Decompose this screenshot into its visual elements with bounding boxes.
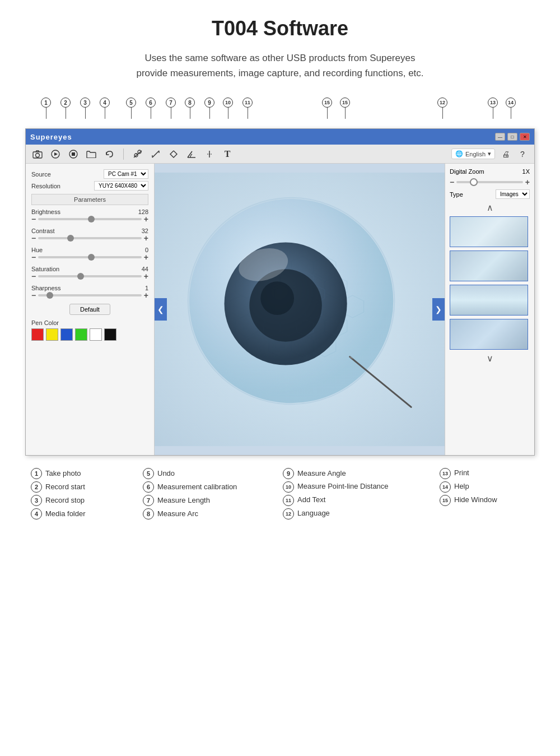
measurement-calibration-button[interactable] xyxy=(132,148,144,160)
gallery-thumb-2[interactable] xyxy=(450,251,528,281)
record-stop-button[interactable] xyxy=(67,148,80,160)
close-button[interactable]: ✕ xyxy=(520,133,530,141)
toolbar-right: 🌐 English ▾ 🖨 ? xyxy=(451,148,529,160)
sharpness-minus[interactable]: − xyxy=(31,291,36,299)
language-selector[interactable]: 🌐 English ▾ xyxy=(451,149,495,159)
gallery-nav-up[interactable]: ∧ xyxy=(450,202,530,213)
measure-point-line-button[interactable] xyxy=(203,148,216,160)
legend-text-3: Record stop xyxy=(45,496,85,504)
type-select[interactable]: Images Video xyxy=(496,189,530,199)
pen-color-white[interactable] xyxy=(90,328,102,341)
add-text-button[interactable]: T xyxy=(221,148,234,160)
svg-point-21 xyxy=(260,282,294,316)
resolution-select[interactable]: YUY2 640X480 xyxy=(94,181,148,191)
callout-15a: 15 xyxy=(322,98,332,119)
resolution-label: Resolution xyxy=(31,183,60,189)
hue-track[interactable] xyxy=(38,256,142,258)
brightness-track[interactable] xyxy=(38,218,142,220)
saturation-plus[interactable]: + xyxy=(144,272,148,280)
pen-color-green[interactable] xyxy=(75,328,87,341)
legend-item-8: 8 Measure Arc xyxy=(143,507,283,521)
digital-zoom-value: 1X xyxy=(522,168,530,175)
legend-item-2: 2 Record start xyxy=(31,480,143,494)
gallery-thumb-4[interactable] xyxy=(450,319,528,350)
hue-minus[interactable]: − xyxy=(31,253,36,261)
default-button[interactable]: Default xyxy=(69,304,110,315)
print-button[interactable]: 🖨 xyxy=(500,148,512,160)
sharpness-slider-row: Sharpness 1 − + xyxy=(31,285,148,299)
language-label: English xyxy=(465,151,486,157)
viewport: ❮ ❯ xyxy=(155,164,445,455)
zoom-minus[interactable]: − xyxy=(450,178,454,186)
legend-section: 1 Take photo 2 Record start 3 Record sto… xyxy=(25,467,535,521)
legend-text-1: Take photo xyxy=(45,469,81,477)
legend-num-11: 11 xyxy=(283,495,294,506)
saturation-track[interactable] xyxy=(38,275,142,277)
pen-color-blue[interactable] xyxy=(60,328,73,341)
callout-row: 1 2 3 4 5 6 7 8 9 10 11 15 15 12 13 14 xyxy=(25,98,535,128)
contrast-plus[interactable]: + xyxy=(144,234,148,242)
brightness-plus[interactable]: + xyxy=(144,215,148,223)
legend-text-9: Measure Angle xyxy=(297,469,346,477)
page-subtitle: Uses the same software as other USB prod… xyxy=(136,50,423,81)
legend-item-5: 5 Undo xyxy=(143,467,283,480)
media-folder-button[interactable] xyxy=(85,148,97,160)
saturation-slider-row: Saturation 44 − + xyxy=(31,266,148,280)
legend-text-10: Measure Point-line Distance xyxy=(297,482,389,490)
restore-button[interactable]: □ xyxy=(507,133,517,141)
zoom-row: Digital Zoom 1X xyxy=(450,168,530,175)
measure-angle-button[interactable] xyxy=(185,148,198,160)
toolbar: T 🌐 English ▾ 🖨 ? xyxy=(26,145,534,164)
brightness-minus[interactable]: − xyxy=(31,215,36,223)
saturation-minus[interactable]: − xyxy=(31,272,36,280)
legend-item-12: 12 Language xyxy=(283,507,440,521)
measure-arc-button[interactable] xyxy=(167,148,180,160)
contrast-slider-row: Contrast 32 − + xyxy=(31,228,148,242)
legend-text-11: Add Text xyxy=(297,495,325,504)
source-select[interactable]: PC Cam #1 xyxy=(104,169,148,179)
minimize-button[interactable]: — xyxy=(495,133,505,141)
legend-num-9: 9 xyxy=(283,468,294,479)
legend-num-15: 15 xyxy=(440,495,451,506)
callout-4: 4 xyxy=(100,98,110,119)
separator-1 xyxy=(123,149,124,160)
legend-item-10: 10 Measure Point-line Distance xyxy=(283,480,440,494)
zoom-track[interactable] xyxy=(456,181,523,183)
legend-num-7: 7 xyxy=(143,495,154,506)
legend-col-2: 5 Undo 6 Measurement calibration 7 Measu… xyxy=(143,467,283,521)
pen-color-yellow[interactable] xyxy=(46,328,58,341)
nav-left-button[interactable]: ❮ xyxy=(155,298,167,321)
sharpness-track[interactable] xyxy=(38,294,142,296)
sharpness-plus[interactable]: + xyxy=(144,291,148,299)
legend-item-14: 14 Help xyxy=(440,480,540,494)
record-start-button[interactable] xyxy=(49,148,62,160)
zoom-plus[interactable]: + xyxy=(525,178,530,186)
svg-line-9 xyxy=(152,151,159,157)
pen-color-black[interactable] xyxy=(104,328,116,341)
callout-11: 11 xyxy=(242,98,253,119)
callout-2: 2 xyxy=(60,98,71,119)
hue-plus[interactable]: + xyxy=(144,253,148,261)
gallery-thumb-1[interactable] xyxy=(450,216,528,247)
undo-button[interactable] xyxy=(103,148,115,160)
gallery-nav-down[interactable]: ∨ xyxy=(450,353,530,364)
page-title: T004 Software xyxy=(212,17,348,40)
legend-text-12: Language xyxy=(297,509,330,517)
callout-1: 1 xyxy=(41,98,51,119)
digital-zoom-label: Digital Zoom xyxy=(450,168,484,175)
pen-color-red[interactable] xyxy=(31,328,44,341)
gallery-thumb-3[interactable] xyxy=(450,285,528,316)
nav-right-button[interactable]: ❯ xyxy=(432,298,445,321)
legend-col-3: 9 Measure Angle 10 Measure Point-line Di… xyxy=(283,467,440,521)
measure-length-button[interactable] xyxy=(150,148,162,160)
svg-point-1 xyxy=(36,153,40,157)
contrast-track[interactable] xyxy=(38,237,142,239)
take-photo-button[interactable] xyxy=(31,148,44,160)
microscope-image xyxy=(155,164,445,455)
help-button[interactable]: ? xyxy=(516,148,529,160)
legend-col-1: 1 Take photo 2 Record start 3 Record sto… xyxy=(31,467,143,521)
legend-item-1: 1 Take photo xyxy=(31,467,143,480)
pen-color-label: Pen Color xyxy=(31,319,148,326)
legend-item-4: 4 Media folder xyxy=(31,507,143,521)
contrast-minus[interactable]: − xyxy=(31,234,36,242)
